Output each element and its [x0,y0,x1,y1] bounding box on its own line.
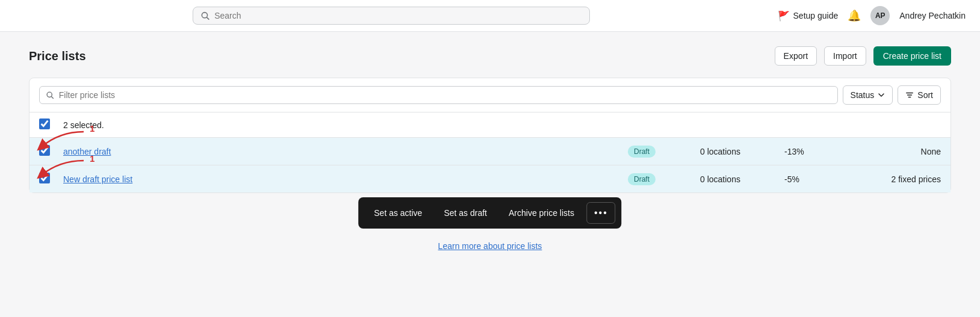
row1-name[interactable]: another draft [63,147,111,156]
filter-input[interactable] [59,90,831,100]
row1-fixed: None [921,147,941,156]
setup-guide-link[interactable]: 🚩 Setup guide [778,10,839,22]
global-search-bar[interactable] [193,7,590,25]
status-filter-button[interactable]: Status [843,85,893,105]
select-all-checkbox[interactable] [39,118,50,129]
flag-icon: 🚩 [778,10,790,22]
table-header-row: 2 selected. [29,112,951,138]
row2-fixed-col: 2 fixed prices [845,174,941,184]
row2-name-col: New draft price list [63,174,628,184]
export-button[interactable]: Export [775,46,817,66]
select-all-col[interactable] [39,118,63,131]
filter-search-icon [46,91,54,99]
setup-guide-label: Setup guide [793,11,839,20]
selected-label: 2 selected. [63,120,104,130]
more-actions-button[interactable]: ••• [586,202,616,224]
row2-status-col: Draft [628,173,700,185]
row1-discount-col: -13% [784,147,845,156]
status-filter-label: Status [851,90,875,100]
header-actions: Export Import Create price list [775,46,951,66]
row2-check-col[interactable] [39,173,63,185]
notification-bell-icon[interactable]: 🔔 [848,9,861,22]
sort-button[interactable]: Sort [898,85,941,105]
svg-point-0 [202,13,207,18]
row2-locations-col: 0 locations [700,174,784,184]
row1-fixed-col: None [845,147,941,156]
action-bar: Set as active Set as draft Archive price… [358,197,621,229]
row1-discount: -13% [784,147,804,156]
selected-count: 2 selected. [63,120,941,130]
top-navigation: 🚩 Setup guide 🔔 AP Andrey Pechatkin [0,0,980,32]
row1-locations: 0 locations [700,147,740,156]
row1-checkbox[interactable] [39,145,50,156]
row2-discount-col: -5% [784,174,845,184]
sort-label: Sort [917,90,933,100]
page-container: Price lists Export Import Create price l… [14,32,966,260]
set-as-draft-button[interactable]: Set as draft [434,203,497,223]
import-button[interactable]: Import [824,46,866,66]
row2-status-badge: Draft [628,173,656,185]
sort-icon [905,91,914,99]
svg-point-2 [47,92,52,97]
row1-locations-col: 0 locations [700,147,784,156]
create-price-list-button[interactable]: Create price list [873,46,951,66]
page-header: Price lists Export Import Create price l… [29,46,951,66]
row2-checkbox[interactable] [39,173,50,183]
page-title: Price lists [29,49,86,63]
row2-name[interactable]: New draft price list [63,174,132,184]
price-lists-card: Status Sort 2 selected. another draft [29,78,951,193]
search-input[interactable] [214,11,582,20]
set-as-active-button[interactable]: Set as active [364,203,432,223]
learn-more-link[interactable]: Learn more about price lists [438,241,542,251]
user-name: Andrey Pechatkin [899,11,966,20]
row2-discount: -5% [784,174,799,184]
row2-locations: 0 locations [700,174,740,184]
chevron-down-icon [878,91,885,99]
user-initials: AP [875,11,885,20]
row1-status-col: Draft [628,146,700,158]
row1-check-col[interactable] [39,145,63,158]
table-row: New draft price list Draft 0 locations -… [29,165,951,192]
table-row: another draft Draft 0 locations -13% Non… [29,138,951,165]
svg-line-3 [52,97,54,99]
row1-status-badge: Draft [628,146,656,158]
filter-input-wrap[interactable] [39,86,838,104]
archive-price-lists-button[interactable]: Archive price lists [499,203,584,223]
nav-right: 🚩 Setup guide 🔔 AP Andrey Pechatkin [778,6,966,25]
search-icon [200,11,209,20]
row1-name-col: another draft [63,147,628,156]
avatar: AP [870,6,890,25]
filter-bar: Status Sort [29,78,951,112]
svg-line-1 [207,17,209,19]
row2-fixed: 2 fixed prices [892,174,941,184]
